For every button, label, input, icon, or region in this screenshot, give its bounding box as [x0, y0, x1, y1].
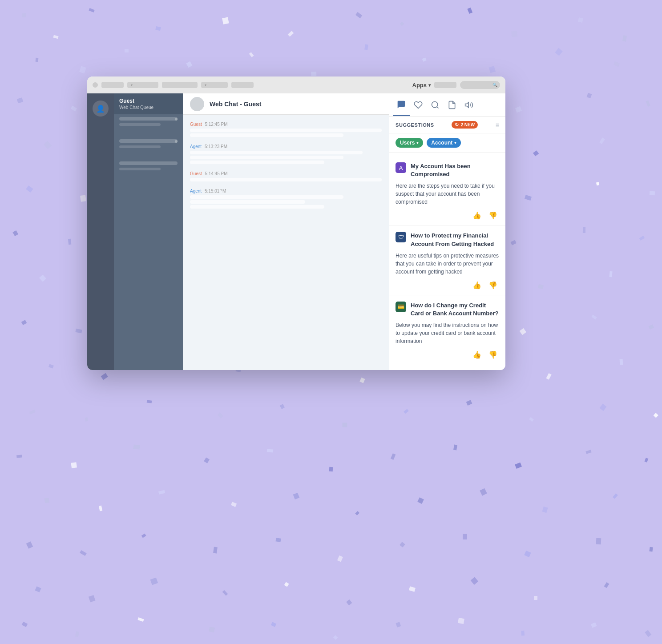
article-2-thumbsdown[interactable]: 👎 [487, 280, 499, 290]
msg-time-1: 5:12:45 PM [205, 122, 227, 127]
msg-bubble-2b [190, 156, 343, 159]
article-3-feedback: 👍 👎 [396, 350, 499, 360]
conv-placeholder-sm-3 [119, 168, 161, 170]
msg-bubble-3a [190, 178, 382, 181]
article-3-title[interactable]: How do I Change my Credit Card or Bank A… [411, 302, 499, 318]
msg-bubble-group-3 [190, 178, 382, 181]
msg-bubble-4b [190, 200, 305, 204]
article-3-thumbsdown[interactable]: 👎 [487, 350, 499, 360]
tab-announce[interactable] [460, 93, 477, 116]
conv-placeholder-2 [119, 139, 178, 143]
article-3-header: 💳 How do I Change my Credit Card or Bank… [396, 302, 499, 318]
filter-tags: Users Account [389, 133, 505, 153]
msg-bubble-4c [190, 205, 324, 209]
article-card-1: A My Account Has been Compromised Here a… [389, 156, 505, 225]
article-1-desc: Here are the steps you need to take if y… [396, 182, 499, 206]
nav-pill-4[interactable] [434, 82, 456, 88]
article-1-thumbsdown[interactable]: 👎 [487, 210, 499, 221]
suggestions-label: SUGGESTIONS [396, 122, 434, 128]
msg-time-3: 5:14:45 PM [205, 171, 227, 176]
article-2-feedback: 👍 👎 [396, 280, 499, 290]
msg-row-4: Agent 5:15:01PM [190, 189, 382, 209]
right-panel: SUGGESTIONS 2 NEW ≡ Users Account A My A… [389, 93, 505, 370]
msg-sender-4: Agent 5:15:01PM [190, 189, 382, 193]
article-3-icon: 💳 [396, 302, 406, 312]
msg-bubble-1b [190, 133, 343, 137]
msg-time-2: 5:13:23 PM [205, 144, 227, 149]
msg-sender-3: Guest 5:14:45 PM [190, 171, 382, 176]
filter-icon[interactable]: ≡ [496, 121, 499, 129]
tab-chat[interactable] [393, 93, 410, 116]
tab-search[interactable] [427, 93, 444, 116]
nav-pill-3[interactable] [231, 82, 254, 88]
traffic-light [93, 82, 98, 88]
articles-list: A My Account Has been Compromised Here a… [389, 153, 505, 370]
main-content: 👤 Guest Web Chat Queue We [87, 93, 505, 370]
conv-placeholder-1 [119, 117, 178, 121]
sidebar-user-icon[interactable]: 👤 [93, 101, 109, 117]
article-1-thumbsup[interactable]: 👍 [471, 210, 483, 221]
app-window: Apps 👤 Guest Web Chat Queue [87, 76, 505, 370]
msg-bubble-4a [190, 195, 343, 199]
search-bar[interactable] [460, 81, 500, 89]
msg-bubble-1a [190, 129, 382, 132]
msg-row-2: Agent 5:13:23 PM [190, 144, 382, 164]
msg-time-4: 5:15:01PM [205, 189, 226, 193]
article-1-feedback: 👍 👎 [396, 210, 499, 221]
msg-bubble-group-1 [190, 129, 382, 137]
article-1-icon: A [396, 162, 406, 173]
article-1-title[interactable]: My Account Has been Compromised [411, 162, 499, 178]
svg-line-1 [437, 106, 439, 108]
conv-placeholder-sm-2 [119, 145, 161, 148]
msg-sender-2: Agent 5:13:23 PM [190, 144, 382, 149]
msg-bubble-2c [190, 161, 324, 164]
chat-messages: Guest 5:12:45 PM Agent 5:13:23 PM [183, 115, 389, 370]
nav-pill-1[interactable] [101, 82, 124, 88]
article-3-desc: Below you may find the instructions on h… [396, 321, 499, 345]
svg-point-0 [432, 101, 438, 107]
nav-dropdown-1[interactable] [127, 82, 158, 88]
suggestions-header: SUGGESTIONS 2 NEW ≡ [389, 117, 505, 133]
sidebar: 👤 [87, 93, 114, 370]
article-card-3: 💳 How do I Change my Credit Card or Bank… [389, 295, 505, 364]
msg-row-1: Guest 5:12:45 PM [190, 122, 382, 137]
nav-dropdown-2[interactable] [201, 82, 228, 88]
article-2-icon: 🛡 [396, 232, 406, 242]
article-2-desc: Here are useful tips on protective measu… [396, 252, 499, 276]
msg-row-3: Guest 5:14:45 PM [190, 171, 382, 181]
article-3-thumbsup[interactable]: 👍 [471, 350, 483, 360]
conv-dot-2 [175, 140, 178, 143]
new-badge[interactable]: 2 NEW [452, 121, 478, 129]
apps-button[interactable]: Apps [412, 82, 431, 89]
tab-heart[interactable] [410, 93, 427, 116]
article-2-thumbsup[interactable]: 👍 [471, 280, 483, 290]
msg-bubble-group-2 [190, 151, 382, 164]
chat-area: Web Chat - Guest Guest 5:12:45 PM [183, 93, 389, 370]
panel-tabs [389, 93, 505, 117]
svg-marker-2 [465, 102, 469, 108]
conv-dot-1 [175, 118, 178, 121]
conv-placeholder-3 [119, 161, 178, 165]
msg-name-1: Guest [190, 122, 202, 127]
msg-name-2: Agent [190, 144, 202, 149]
article-2-header: 🛡 How to Protect my Financial Account Fr… [396, 232, 499, 248]
nav-pill-2[interactable] [162, 82, 198, 88]
msg-bubble-group-4 [190, 195, 382, 209]
conv-placeholder-sm-1 [119, 123, 161, 126]
chat-header: Web Chat - Guest [183, 93, 389, 115]
conv-queue: Web Chat Queue [119, 105, 178, 110]
conv-item-guest[interactable]: Guest Web Chat Queue [114, 93, 183, 114]
tab-document[interactable] [444, 93, 460, 116]
conv-name: Guest [119, 98, 178, 104]
article-2-title[interactable]: How to Protect my Financial Account From… [411, 232, 499, 248]
conversation-list: Guest Web Chat Queue [114, 93, 183, 370]
title-bar: Apps [87, 76, 505, 93]
chat-avatar [190, 97, 204, 111]
msg-name-4: Agent [190, 189, 202, 193]
article-1-header: A My Account Has been Compromised [396, 162, 499, 178]
msg-sender-1: Guest 5:12:45 PM [190, 122, 382, 127]
article-card-2: 🛡 How to Protect my Financial Account Fr… [389, 225, 505, 295]
chat-title: Web Chat - Guest [210, 101, 261, 108]
tag-account[interactable]: Account [427, 138, 461, 148]
tag-users[interactable]: Users [396, 138, 423, 148]
